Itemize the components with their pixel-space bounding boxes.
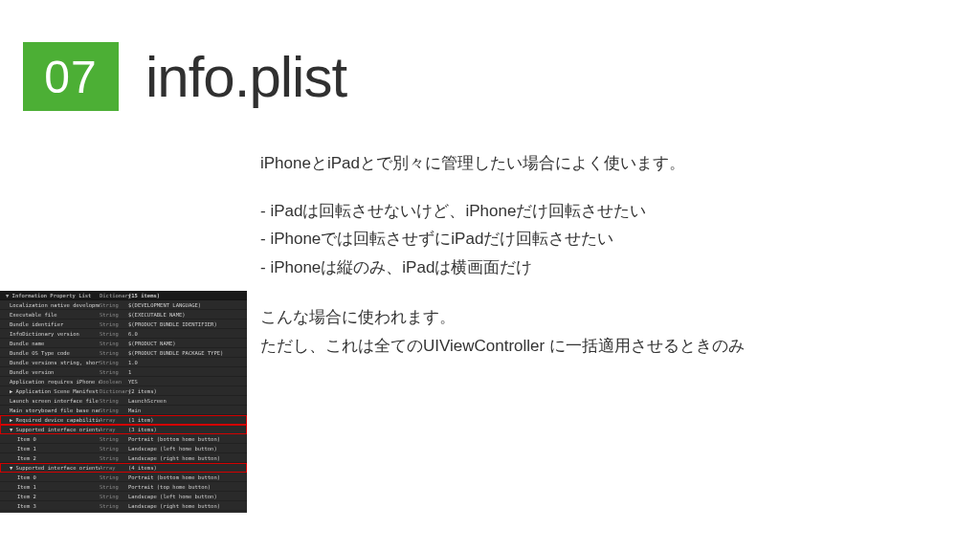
plist-value: 1.0 [128, 360, 243, 365]
plist-row: Item 1StringLandscape (left home button) [0, 444, 247, 453]
plist-type: Array [100, 465, 128, 471]
plist-type: Array [100, 427, 128, 432]
plist-row: Bundle identifierString$(PRODUCT_BUNDLE_… [0, 320, 247, 329]
plist-header-value: (15 items) [128, 293, 243, 298]
plist-row: Item 0StringPortrait (bottom home button… [0, 434, 247, 444]
note-text: こんな場合に使われます。 ただし、これは全てのUIViewController … [260, 303, 942, 361]
plist-row: ▼ Supported interface orientationsArray(… [0, 425, 247, 434]
plist-type: String [100, 360, 128, 365]
plist-row: Executable fileString$(EXECUTABLE_NAME) [0, 310, 247, 320]
plist-value: $(EXECUTABLE_NAME) [128, 312, 243, 318]
plist-type: String [100, 341, 128, 346]
plist-value: (2 items) [128, 388, 243, 394]
plist-type: String [100, 408, 128, 413]
plist-value: (3 items) [128, 427, 243, 432]
plist-type: String [100, 503, 128, 509]
note-line: こんな場合に使われます。 [260, 303, 942, 332]
plist-value: Landscape (right home button) [128, 455, 243, 461]
plist-value: (4 items) [128, 465, 243, 471]
plist-type: Array [100, 417, 128, 423]
plist-type: String [100, 369, 128, 375]
plist-row: ▼ Supported interface orientations (iPad… [0, 463, 247, 473]
plist-key: ▶ Application Scene Manifest [4, 388, 100, 394]
plist-value: $(PRODUCT_BUNDLE_IDENTIFIER) [128, 321, 243, 327]
plist-key: Application requires iPhone environment [4, 379, 100, 385]
plist-key: Localization native development region [4, 302, 100, 308]
plist-key: Item 0 [4, 474, 100, 480]
plist-type: String [100, 302, 128, 308]
plist-value: Landscape (right home button) [128, 503, 243, 509]
plist-value: 6.0 [128, 331, 243, 337]
plist-row: Item 2StringLandscape (left home button) [0, 492, 247, 501]
plist-row: InfoDictionary versionString6.0 [0, 329, 247, 339]
plist-type: String [100, 484, 128, 490]
plist-key: ▶ Required device capabilities [4, 417, 100, 423]
plist-row: Item 1StringPortrait (top home button) [0, 482, 247, 492]
plist-key: Bundle version [4, 369, 100, 375]
plist-type: String [100, 446, 128, 452]
plist-key: Launch screen interface file base name [4, 398, 100, 404]
plist-row: Launch screen interface file base nameSt… [0, 396, 247, 406]
plist-header-type: Dictionary [100, 293, 128, 298]
plist-type: String [100, 494, 128, 499]
plist-type: String [100, 474, 128, 480]
plist-type: String [100, 455, 128, 461]
plist-row: Bundle versions string, shortString1.0 [0, 358, 247, 367]
bullet-item: - iPhoneは縦のみ、iPadは横画面だけ [260, 253, 942, 282]
plist-value: Main [128, 408, 243, 413]
plist-key: Item 2 [4, 494, 100, 499]
plist-type: String [100, 350, 128, 356]
plist-type: String [100, 331, 128, 337]
plist-row: Bundle nameString$(PRODUCT_NAME) [0, 339, 247, 348]
plist-key: Item 1 [4, 484, 100, 490]
plist-key: Executable file [4, 312, 100, 318]
plist-key: Item 0 [4, 436, 100, 442]
plist-key: Item 3 [4, 503, 100, 509]
plist-row: Main storyboard file base nameStringMain [0, 406, 247, 415]
plist-value: 1 [128, 369, 243, 375]
plist-value: $(PRODUCT_NAME) [128, 341, 243, 346]
bullet-item: - iPhoneでは回転させずにiPadだけ回転させたい [260, 225, 942, 253]
plist-value: Portrait (bottom home button) [128, 474, 243, 480]
plist-value: Portrait (top home button) [128, 484, 243, 490]
plist-key: Bundle OS Type code [4, 350, 100, 356]
plist-row: Bundle versionString1 [0, 367, 247, 377]
slide-header: 07 info.plist [0, 0, 980, 111]
plist-row: Item 0StringPortrait (bottom home button… [0, 473, 247, 482]
plist-header-row: ▼ Information Property List Dictionary (… [0, 291, 247, 300]
intro-text: iPhoneとiPadとで別々に管理したい場合によく使います。 [260, 151, 942, 176]
plist-value: Portrait (bottom home button) [128, 436, 243, 442]
plist-row: ▶ Required device capabilitiesArray(1 it… [0, 415, 247, 425]
plist-type: Boolean [100, 379, 128, 385]
plist-key: ▼ Supported interface orientations (iPad… [4, 465, 100, 471]
plist-type: Dictionary [100, 388, 128, 394]
plist-value: (1 item) [128, 417, 243, 423]
plist-row: Item 2StringLandscape (right home button… [0, 453, 247, 463]
plist-key: Bundle name [4, 341, 100, 346]
plist-editor-screenshot: ▼ Information Property List Dictionary (… [0, 291, 247, 513]
plist-value: LaunchScreen [128, 398, 243, 404]
plist-body: Localization native development regionSt… [0, 300, 247, 511]
plist-type: String [100, 436, 128, 442]
slide-content: iPhoneとiPadとで別々に管理したい場合によく使います。 - iPadは回… [260, 151, 942, 360]
plist-key: Item 1 [4, 446, 100, 452]
slide-number-badge: 07 [23, 42, 119, 111]
plist-row: ▶ Application Scene ManifestDictionary(2… [0, 386, 247, 396]
plist-row: Bundle OS Type codeString$(PRODUCT_BUNDL… [0, 348, 247, 358]
plist-row: Item 3StringLandscape (right home button… [0, 501, 247, 511]
plist-row: Application requires iPhone environmentB… [0, 377, 247, 386]
plist-key: Main storyboard file base name [4, 408, 100, 413]
plist-type: String [100, 398, 128, 404]
bullet-item: - iPadは回転させないけど、iPhoneだけ回転させたい [260, 197, 942, 226]
plist-value: $(PRODUCT_BUNDLE_PACKAGE_TYPE) [128, 350, 243, 356]
plist-key: InfoDictionary version [4, 331, 100, 337]
plist-key: Bundle identifier [4, 321, 100, 327]
plist-value: YES [128, 379, 243, 385]
plist-type: String [100, 321, 128, 327]
plist-header-key: ▼ Information Property List [4, 293, 100, 298]
slide-title: info.plist [145, 44, 346, 110]
plist-type: String [100, 312, 128, 318]
bullet-list: - iPadは回転させないけど、iPhoneだけ回転させたい - iPhoneで… [260, 197, 942, 282]
plist-value: $(DEVELOPMENT_LANGUAGE) [128, 302, 243, 308]
plist-key: ▼ Supported interface orientations [4, 427, 100, 432]
